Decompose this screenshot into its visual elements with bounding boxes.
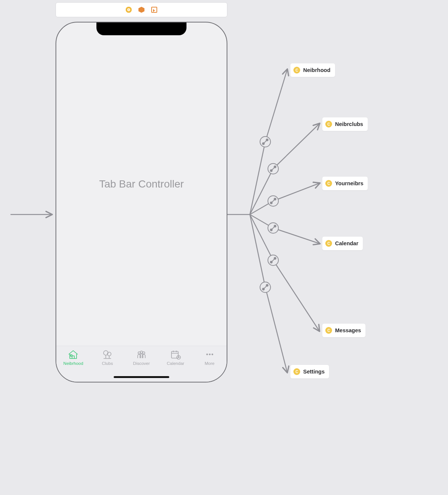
svg-point-26 — [268, 196, 278, 206]
svg-rect-6 — [171, 351, 178, 358]
scene-header-icon-2[interactable] — [138, 6, 145, 13]
svg-line-33 — [271, 226, 275, 230]
svg-point-16 — [263, 143, 264, 144]
svg-line-24 — [250, 201, 273, 214]
tab-more[interactable]: More — [194, 349, 226, 366]
dest-label: Neibrclubs — [335, 121, 363, 127]
dest-pill[interactable]: C Settings — [290, 364, 329, 379]
controller-icon: C — [325, 121, 332, 128]
tab-label: Clubs — [102, 361, 113, 366]
svg-point-9 — [209, 354, 210, 356]
house-icon — [67, 349, 79, 360]
scene-header-icon-3[interactable] — [151, 6, 158, 13]
tab-label: More — [204, 361, 214, 366]
svg-point-4 — [140, 351, 143, 353]
scene-header-bar — [56, 2, 227, 17]
svg-point-32 — [268, 223, 278, 233]
svg-point-29 — [274, 198, 276, 200]
svg-line-18 — [250, 169, 273, 214]
svg-line-36 — [250, 214, 273, 260]
svg-point-44 — [260, 282, 271, 292]
svg-line-39 — [271, 258, 275, 262]
dest-label: Neibrhood — [303, 67, 331, 73]
people-icon — [135, 349, 147, 360]
controller-icon: C — [325, 327, 332, 334]
controller-icon: C — [293, 368, 300, 375]
controller-icon: C — [293, 67, 300, 74]
iphone-frame: Tab Bar Controller Neibrhood — [56, 22, 227, 382]
svg-line-13 — [265, 70, 287, 142]
svg-point-28 — [271, 202, 272, 204]
dest-pill[interactable]: C Yourneibrs — [322, 176, 368, 190]
svg-point-17 — [266, 139, 268, 141]
svg-line-43 — [265, 287, 287, 372]
controller-icon: C — [325, 240, 332, 247]
svg-line-12 — [250, 142, 265, 214]
svg-point-23 — [274, 166, 276, 168]
svg-point-35 — [274, 225, 276, 227]
svg-point-10 — [211, 354, 213, 356]
svg-point-14 — [260, 136, 271, 147]
tab-label: Neibrhood — [63, 361, 83, 366]
svg-point-34 — [271, 229, 272, 231]
more-icon — [204, 349, 216, 360]
svg-line-42 — [250, 214, 265, 287]
scene-header-icon-1[interactable] — [125, 6, 132, 13]
svg-line-30 — [250, 214, 273, 228]
calendar-icon — [170, 349, 182, 360]
svg-line-45 — [263, 285, 267, 289]
dest-label: Yourneibrs — [335, 180, 363, 186]
dest-label: Messages — [335, 327, 361, 333]
svg-point-20 — [268, 164, 278, 174]
svg-point-47 — [266, 285, 268, 286]
svg-point-5 — [143, 352, 145, 354]
svg-point-41 — [274, 258, 276, 259]
dest-pill[interactable]: C Messages — [322, 323, 366, 338]
dest-label: Settings — [303, 369, 325, 375]
dest-pill[interactable]: C Calendar — [322, 236, 363, 250]
svg-line-15 — [263, 140, 267, 144]
svg-line-37 — [273, 260, 319, 330]
tab-calendar[interactable]: Calendar — [160, 349, 191, 366]
tab-clubs[interactable]: Clubs — [92, 349, 123, 366]
svg-line-27 — [271, 199, 275, 203]
dest-pill[interactable]: C Neibrhood — [290, 63, 335, 77]
svg-point-38 — [268, 255, 278, 266]
svg-line-31 — [273, 228, 319, 243]
dest-label: Calendar — [335, 240, 358, 246]
tab-label: Discover — [133, 361, 150, 366]
tab-discover[interactable]: Discover — [126, 349, 157, 366]
svg-line-19 — [273, 124, 319, 169]
svg-point-8 — [206, 354, 208, 356]
svg-point-22 — [271, 170, 272, 171]
svg-point-40 — [271, 261, 272, 263]
scene-title: Tab Bar Controller — [56, 22, 227, 346]
controller-icon: C — [325, 180, 332, 187]
svg-point-3 — [138, 352, 140, 354]
svg-line-25 — [273, 183, 319, 201]
tree-icon — [101, 349, 113, 360]
svg-rect-0 — [71, 355, 72, 356]
svg-point-46 — [263, 288, 264, 290]
dest-pill[interactable]: C Neibrclubs — [322, 117, 368, 131]
svg-line-21 — [271, 167, 275, 171]
tab-label: Calendar — [167, 361, 184, 366]
tab-neibrhood[interactable]: Neibrhood — [57, 349, 89, 366]
home-indicator — [114, 376, 169, 378]
